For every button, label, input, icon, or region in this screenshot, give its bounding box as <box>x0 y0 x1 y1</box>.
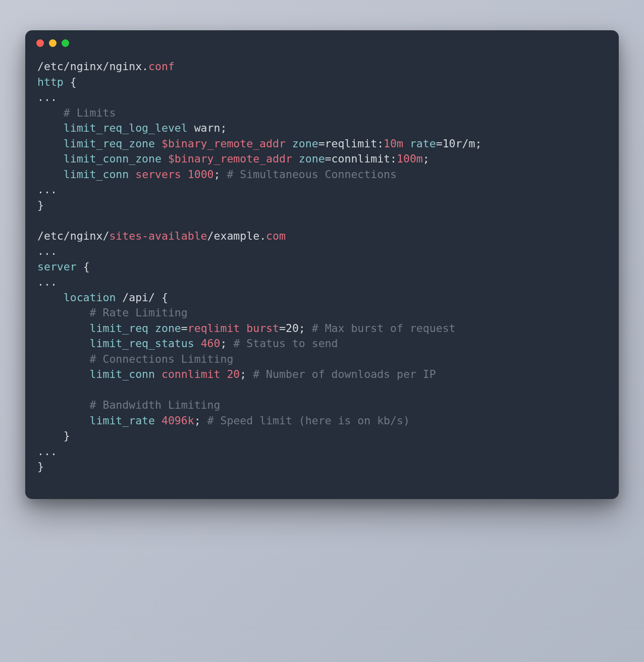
code-token-comment: # Limits <box>64 106 116 119</box>
code-line: /etc/nginx/sites-available/example.com <box>37 230 286 242</box>
code-token-plain <box>37 137 64 150</box>
code-line: /etc/nginx/nginx.conf <box>37 60 175 73</box>
code-token-var: $binary_remote_addr <box>162 137 286 150</box>
minimize-icon[interactable] <box>49 39 57 47</box>
code-token-dir: limit_conn <box>90 368 155 380</box>
code-token-comment: # Rate Limiting <box>90 306 188 319</box>
code-token-plain <box>403 137 410 150</box>
code-token-plain: reqlimit <box>325 137 378 150</box>
code-token-dir: zone <box>292 137 318 150</box>
code-line: # Connections Limiting <box>37 353 233 365</box>
code-token-plain <box>201 414 207 427</box>
code-token-comment: # Simultaneous Connections <box>227 168 397 181</box>
code-token-plain: connlimit <box>332 152 391 165</box>
code-token-keyword: servers <box>135 168 181 181</box>
code-line: http { <box>37 76 77 88</box>
code-token-punct: } <box>64 429 70 442</box>
code-token-plain <box>37 322 90 335</box>
code-token-punct: ... <box>37 183 57 196</box>
code-token-plain: 10r/m <box>443 137 475 150</box>
code-token-punct: { <box>162 291 168 304</box>
code-line: ... <box>37 275 57 288</box>
code-line: # Bandwidth Limiting <box>37 399 220 411</box>
code-token-plain <box>286 137 292 150</box>
code-line: } <box>37 460 44 473</box>
code-token-num: 10m <box>384 137 403 150</box>
code-token-plain <box>305 322 312 335</box>
code-token-dir: limit_req_status <box>90 337 194 350</box>
code-token-plain: /api/ <box>116 291 162 304</box>
code-line: limit_conn_zone $binary_remote_addr zone… <box>37 152 430 165</box>
code-token-punct: ; <box>220 122 227 134</box>
code-token-num: 100m <box>397 152 423 165</box>
code-token-dir: limit_rate <box>90 414 155 427</box>
code-line: } <box>37 199 44 211</box>
code-window: /etc/nginx/nginx.conf http { ... # Limit… <box>25 30 619 499</box>
code-token-num: 20 <box>227 368 240 380</box>
code-token-punct: ; <box>475 137 481 150</box>
code-token-keyword: burst <box>246 322 279 335</box>
code-token-dir: server <box>37 260 77 273</box>
code-token-plain <box>37 429 64 442</box>
code-line: ... <box>37 91 57 103</box>
code-token-plain <box>64 76 70 88</box>
code-token-plain <box>155 137 162 150</box>
code-token-plain <box>37 399 90 411</box>
close-icon[interactable] <box>36 39 44 47</box>
code-token-plain: /example <box>207 230 260 242</box>
code-token-keyword: connlimit <box>162 368 221 380</box>
code-line: limit_req_zone $binary_remote_addr zone=… <box>37 137 481 150</box>
code-token-punct: ... <box>37 245 57 257</box>
code-line: limit_req_status 460; # Status to send <box>37 337 338 350</box>
code-line: ... <box>37 245 57 257</box>
code-token-punct: ; <box>240 368 246 380</box>
code-token-plain: 20 <box>286 322 299 335</box>
zoom-icon[interactable] <box>62 39 69 47</box>
code-token-plain <box>37 106 64 119</box>
code-token-punct: . <box>259 230 266 242</box>
code-token-plain <box>220 368 227 380</box>
code-token-keyword: reqlimit <box>188 322 240 335</box>
code-token-dir: limit_req_zone <box>64 137 155 150</box>
code-token-dir: limit_conn <box>64 168 129 181</box>
code-token-punct: = <box>318 137 325 150</box>
code-token-plain <box>37 168 64 181</box>
code-token-punct: } <box>37 199 44 211</box>
code-token-plain <box>246 368 253 380</box>
code-token-var: $binary_remote_addr <box>168 152 292 165</box>
code-token-comment: # Max burst of request <box>312 322 456 335</box>
code-token-plain <box>227 337 233 350</box>
code-token-punct: { <box>70 76 77 88</box>
code-token-plain <box>240 322 246 335</box>
code-token-plain <box>292 152 299 165</box>
window-titlebar[interactable] <box>25 30 619 47</box>
code-token-punct: ... <box>37 275 57 288</box>
code-token-dir: rate <box>410 137 436 150</box>
code-line: # Limits <box>37 106 116 119</box>
code-token-plain <box>37 306 90 319</box>
code-token-plain <box>129 168 135 181</box>
code-line: server { <box>37 260 90 273</box>
code-token-plain <box>37 122 64 134</box>
code-line: limit_rate 4096k; # Speed limit (here is… <box>37 414 410 427</box>
code-token-punct: } <box>37 460 44 473</box>
code-token-dir: limit_req <box>90 322 149 335</box>
code-token-plain <box>148 322 155 335</box>
code-token-plain <box>37 291 64 304</box>
code-token-keyword: com <box>266 230 286 242</box>
code-line: location /api/ { <box>37 291 168 304</box>
code-token-plain: warn <box>188 122 221 134</box>
code-token-dir: zone <box>155 322 181 335</box>
code-token-plain <box>37 353 90 365</box>
code-token-plain <box>181 168 188 181</box>
code-token-comment: # Number of downloads per IP <box>253 368 436 380</box>
code-token-punct: : <box>377 137 384 150</box>
code-token-punct: . <box>142 60 148 73</box>
code-token-num: 4096k <box>162 414 194 427</box>
code-token-dir: http <box>37 76 64 88</box>
code-token-punct: { <box>83 260 90 273</box>
code-token-punct: ... <box>37 91 57 103</box>
code-token-plain <box>37 368 90 380</box>
code-token-punct: ; <box>299 322 305 335</box>
code-token-plain <box>155 368 162 380</box>
